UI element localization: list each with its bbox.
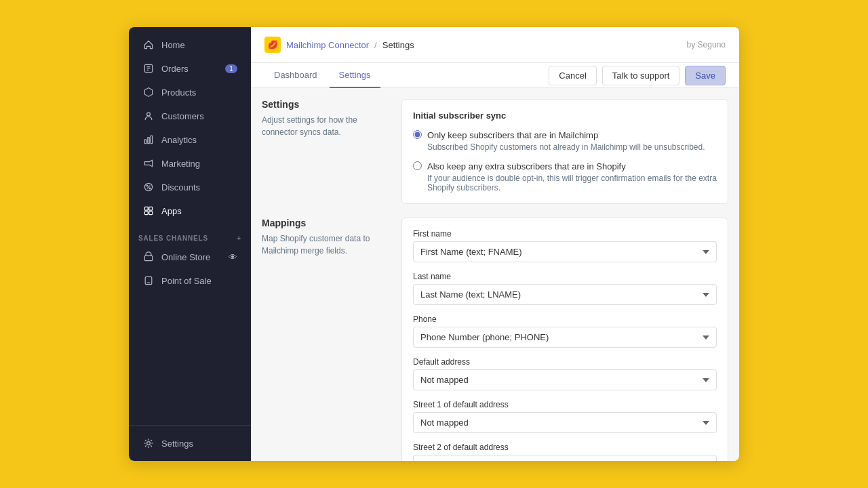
field-last-name-select[interactable]: Last Name (text; LNAME) Not mapped <box>413 284 717 305</box>
sidebar-item-online-store-label: Online Store <box>161 252 210 262</box>
talk-to-support-button[interactable]: Talk to support <box>602 66 680 85</box>
header-by-text: by Seguno <box>687 40 726 49</box>
field-street-1-label: Street 1 of default address <box>413 400 717 409</box>
sync-shopify-radio[interactable] <box>413 161 422 170</box>
mappings-section-label: Mappings Map Shopify customer data to Ma… <box>262 218 391 257</box>
sync-card-title: Initial subscriber sync <box>413 110 717 121</box>
tabs-bar: Dashboard Settings Cancel Talk to suppor… <box>251 63 739 88</box>
field-phone-select[interactable]: Phone Number (phone; PHONE) Not mapped <box>413 327 717 348</box>
sync-mailchimp-desc: Subscribed Shopify customers not already… <box>427 142 705 152</box>
breadcrumb: 💋 Mailchimp Connector / Settings <box>264 37 687 53</box>
svg-rect-7 <box>151 136 152 143</box>
tab-settings[interactable]: Settings <box>330 63 380 88</box>
field-phone: Phone Phone Number (phone; PHONE) Not ma… <box>413 314 717 348</box>
sync-mailchimp-content: Only keep subscribers that are in Mailch… <box>427 129 705 152</box>
sync-shopify-label[interactable]: Also keep any extra subscribers that are… <box>427 161 626 171</box>
breadcrumb-app-name[interactable]: Mailchimp Connector <box>286 40 369 50</box>
svg-rect-15 <box>149 211 153 215</box>
customers-icon <box>142 110 155 122</box>
sales-channels-label: SALES CHANNELS <box>138 235 208 242</box>
sidebar-item-orders[interactable]: Orders 1 <box>133 57 247 80</box>
home-icon <box>142 39 155 51</box>
sidebar-item-online-store[interactable]: Online Store 👁 <box>133 245 247 268</box>
add-sales-channel-icon[interactable]: + <box>237 235 241 242</box>
sync-mailchimp-radio[interactable] <box>413 130 422 139</box>
settings-section-label: Settings Adjust settings for how the con… <box>262 99 391 138</box>
svg-rect-5 <box>144 140 146 144</box>
field-street-1: Street 1 of default address Not mapped <box>413 400 717 433</box>
sidebar-item-apps-label: Apps <box>161 206 182 216</box>
sidebar-item-analytics[interactable]: Analytics <box>133 128 247 151</box>
sidebar-bottom: Settings <box>129 425 251 461</box>
analytics-icon <box>142 134 155 146</box>
field-first-name-label: First name <box>413 229 717 239</box>
svg-rect-13 <box>149 207 153 210</box>
orders-badge: 1 <box>225 64 237 73</box>
discounts-icon <box>142 181 155 193</box>
sidebar-item-marketing-label: Marketing <box>161 159 200 169</box>
mappings-section-panel: First name First Name (text; FNAME) Not … <box>401 218 728 461</box>
settings-section-row: Settings Adjust settings for how the con… <box>262 99 728 204</box>
sync-option-mailchimp: Only keep subscribers that are in Mailch… <box>413 129 717 152</box>
breadcrumb-current-page: Settings <box>382 40 414 50</box>
sidebar-settings-label: Settings <box>161 439 193 449</box>
field-default-address: Default address Not mapped <box>413 357 717 390</box>
field-street-2-select[interactable]: Not mapped <box>413 455 717 461</box>
mappings-card: First name First Name (text; FNAME) Not … <box>401 218 728 461</box>
svg-rect-6 <box>148 138 149 144</box>
sidebar-item-discounts[interactable]: Discounts <box>133 176 247 199</box>
field-last-name-label: Last name <box>413 272 717 281</box>
cancel-button[interactable]: Cancel <box>549 66 596 85</box>
sidebar-item-products[interactable]: Products <box>133 81 247 104</box>
sync-shopify-content: Also keep any extra subscribers that are… <box>427 160 717 192</box>
sidebar-nav: Home Orders 1 Products Customers <box>129 33 251 425</box>
sidebar-item-pos-label: Point of Sale <box>161 276 212 286</box>
sync-shopify-desc: If your audience is double opt-in, this … <box>427 174 717 192</box>
svg-point-11 <box>149 188 151 189</box>
svg-point-4 <box>147 113 151 116</box>
app-icon: 💋 <box>264 37 281 53</box>
sync-radio-group: Only keep subscribers that are in Mailch… <box>413 129 717 192</box>
settings-section-desc: Adjust settings for how the connector sy… <box>262 114 391 138</box>
sidebar-item-customers[interactable]: Customers <box>133 104 247 127</box>
sidebar-item-marketing[interactable]: Marketing <box>133 152 247 175</box>
sidebar-item-home[interactable]: Home <box>133 33 247 56</box>
sidebar-item-orders-label: Orders <box>161 64 189 74</box>
svg-rect-16 <box>144 256 152 260</box>
settings-section-panel: Initial subscriber sync Only keep subscr… <box>401 99 728 204</box>
field-street-1-select[interactable]: Not mapped <box>413 412 717 433</box>
settings-card: Initial subscriber sync Only keep subscr… <box>401 99 728 204</box>
sidebar-item-discounts-label: Discounts <box>161 182 200 192</box>
sidebar-item-apps[interactable]: Apps <box>133 199 247 222</box>
sidebar-item-products-label: Products <box>161 87 196 98</box>
sales-channels-header: SALES CHANNELS + <box>129 228 251 245</box>
sync-mailchimp-label[interactable]: Only keep subscribers that are in Mailch… <box>427 130 598 140</box>
sidebar-item-settings[interactable]: Settings <box>133 432 247 455</box>
mappings-section-row: Mappings Map Shopify customer data to Ma… <box>262 218 728 461</box>
settings-icon <box>142 437 155 449</box>
save-button[interactable]: Save <box>685 66 726 85</box>
svg-rect-14 <box>144 211 148 215</box>
tab-dashboard[interactable]: Dashboard <box>264 63 327 88</box>
mappings-section-desc: Map Shopify customer data to Mailchimp m… <box>262 232 391 257</box>
sidebar-item-customers-label: Customers <box>161 111 204 121</box>
svg-rect-17 <box>145 277 152 284</box>
marketing-icon <box>142 157 155 169</box>
page-body: Settings Adjust settings for how the con… <box>251 88 739 461</box>
svg-point-10 <box>146 185 148 186</box>
sidebar: Home Orders 1 Products Customers <box>129 27 251 461</box>
pos-icon <box>142 274 155 287</box>
sidebar-item-pos[interactable]: Point of Sale <box>133 269 247 292</box>
orders-icon <box>142 62 155 75</box>
breadcrumb-separator: / <box>374 40 377 50</box>
products-icon <box>142 86 155 98</box>
tab-actions: Cancel Talk to support Save <box>549 66 726 85</box>
sidebar-item-analytics-label: Analytics <box>161 135 197 145</box>
online-store-visibility-icon[interactable]: 👁 <box>229 252 237 262</box>
field-first-name-select[interactable]: First Name (text; FNAME) Not mapped <box>413 241 717 262</box>
sidebar-item-home-label: Home <box>161 40 185 50</box>
field-default-address-select[interactable]: Not mapped <box>413 369 717 390</box>
field-default-address-label: Default address <box>413 357 717 367</box>
sync-option-shopify: Also keep any extra subscribers that are… <box>413 160 717 192</box>
header: 💋 Mailchimp Connector / Settings by Segu… <box>251 27 739 63</box>
